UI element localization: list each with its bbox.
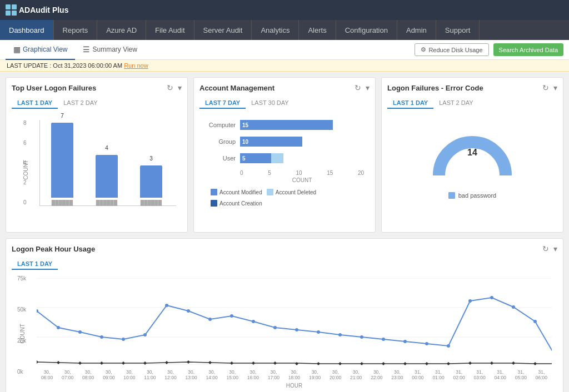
hour-label-1: 30,07:00	[57, 369, 78, 380]
h-bar-container-computer: 15	[240, 120, 364, 130]
bar-label-2: ██████	[96, 200, 117, 205]
nav-file-audit[interactable]: File Audit	[146, 20, 194, 40]
tab-last-2-day-failures[interactable]: LAST 2 DAY	[433, 98, 478, 109]
line-chart-area: COUNT 75k 50k 25k 0k	[12, 275, 557, 391]
dot-f-0	[37, 360, 38, 364]
bar-value-2: 4	[105, 145, 108, 151]
run-now-link[interactable]: Run now	[124, 62, 148, 69]
hour-label-5: 30,11:00	[139, 369, 160, 380]
main-content: Top User Logon Failures ↻ ▾ LAST 1 DAY L…	[0, 72, 569, 392]
reduce-icon: ⚙	[421, 46, 426, 53]
reduce-disk-usage-button[interactable]: ⚙ Reduce Disk Usage	[415, 43, 488, 56]
nav-reports[interactable]: Reports	[54, 20, 98, 40]
dot-f-18	[425, 362, 428, 365]
hour-label-10: 30,16:00	[243, 369, 263, 380]
bar-group-3: 3 ██████	[140, 165, 162, 205]
hour-label-21: 31,03:00	[470, 369, 490, 380]
hour-label-23: 31,05:00	[511, 369, 531, 380]
hour-label-18: 31,00:00	[407, 369, 428, 380]
dot-f-15	[360, 362, 363, 365]
dropdown-button-peak[interactable]: ▾	[553, 244, 557, 253]
dot-f-23	[533, 362, 537, 365]
tab-graphical-view[interactable]: ▦ Graphical View	[6, 40, 75, 60]
tab-last-30-day[interactable]: LAST 30 DAY	[246, 98, 294, 109]
bar-1	[51, 123, 73, 198]
dropdown-button-logon[interactable]: ▾	[178, 83, 182, 92]
tab-last-2-day-logon[interactable]: LAST 2 DAY	[58, 98, 103, 109]
nav-server-audit[interactable]: Server Audit	[194, 20, 252, 40]
x-axis-hour-label: HOUR	[37, 383, 552, 389]
widget-controls-account: ↻ ▾	[355, 83, 370, 92]
widget-title-peak: Logon Peak Hour Usage	[12, 245, 95, 253]
y-ticks-logon: 8 6 4 2 0	[23, 120, 27, 205]
dot-f-16	[382, 362, 385, 365]
dot-s-7	[187, 309, 190, 313]
dot-f-13	[317, 362, 320, 365]
y-ticks-peak: 75k 50k 25k 0k	[17, 275, 26, 375]
h-bar-row-group: Group 10	[205, 137, 364, 147]
x-axis-label: COUNT	[205, 177, 364, 183]
bar-2	[96, 155, 118, 198]
logo-icon	[6, 4, 17, 16]
sub-header: ▦ Graphical View ☰ Summary View ⚙ Reduce…	[0, 40, 569, 60]
nav-support[interactable]: Support	[436, 20, 480, 40]
h-bar-fill-computer: 15	[240, 120, 333, 130]
nav-azure-ad[interactable]: Azure AD	[97, 20, 146, 40]
nav-configuration[interactable]: Configuration	[336, 20, 397, 40]
summary-view-label: Summary View	[92, 46, 137, 53]
refresh-button-peak[interactable]: ↻	[542, 244, 549, 253]
h-bar-fill-user-deleted	[271, 153, 283, 163]
nav-alerts[interactable]: Alerts	[299, 20, 336, 40]
time-tabs-failures: LAST 1 DAY LAST 2 DAY	[387, 98, 557, 109]
tab-last-1-day-failures[interactable]: LAST 1 DAY	[387, 98, 433, 109]
widget-account-management: Account Management ↻ ▾ LAST 7 DAY LAST 3…	[193, 77, 376, 233]
widget-title-logon: Top User Logon Failures	[12, 84, 96, 92]
donut-chart-container: 14 bad password	[387, 114, 557, 204]
dot-s-20	[468, 299, 472, 303]
tab-summary-view[interactable]: ☰ Summary View	[75, 40, 144, 60]
hour-label-4: 30,10:00	[119, 369, 139, 380]
tab-last-7-day[interactable]: LAST 7 DAY	[199, 98, 246, 109]
donut-chart: 14	[431, 131, 514, 181]
refresh-button-account[interactable]: ↻	[355, 83, 361, 92]
nav-analytics[interactable]: Analytics	[252, 20, 299, 40]
search-archived-button[interactable]: Search Archived Data	[493, 43, 563, 56]
widget-header-logon: Top User Logon Failures ↻ ▾	[12, 83, 182, 92]
dot-s-11	[273, 326, 277, 329]
h-bar-row-user: User 5	[205, 153, 364, 163]
bar-label-3: ██████	[141, 200, 162, 205]
dot-f-6	[165, 361, 168, 364]
widget-logon-peak: Logon Peak Hour Usage ↻ ▾ LAST 1 DAY COU…	[6, 238, 563, 392]
tab-last-1-day-peak[interactable]: LAST 1 DAY	[12, 259, 58, 270]
x-axis-ticks: 0 5 10 15 20	[205, 170, 364, 176]
main-nav: Dashboard Reports Azure AD File Audit Se…	[0, 20, 569, 40]
dot-f-7	[187, 360, 190, 364]
update-bar: LAST UPDATE : Oct 31,2023 06:00:00 AM Ru…	[0, 60, 569, 72]
graphical-view-label: Graphical View	[23, 46, 67, 53]
tab-last-1-day-logon[interactable]: LAST 1 DAY	[12, 98, 58, 109]
bar-chart-logon: COUNT 8 6 4 2 0 7 ██████	[12, 114, 182, 225]
h-bar-label-user: User	[205, 155, 236, 162]
h-bar-container-user: 5	[240, 153, 364, 163]
success-line	[37, 298, 552, 359]
h-bar-container-group: 10	[240, 137, 364, 147]
legend-creation: Account Creation	[211, 200, 262, 207]
dropdown-button-failures[interactable]: ▾	[553, 83, 557, 92]
hour-label-22: 31,04:00	[490, 369, 511, 380]
bar-value-3: 3	[149, 155, 153, 162]
dot-s-22	[512, 305, 515, 309]
widget-logon-failures: Logon Failures - Error Code ↻ ▾ LAST 1 D…	[381, 77, 563, 233]
nav-dashboard[interactable]: Dashboard	[0, 20, 54, 40]
refresh-button-logon[interactable]: ↻	[167, 83, 173, 92]
dot-s-4	[122, 338, 125, 341]
dot-f-17	[403, 362, 407, 365]
refresh-button-failures[interactable]: ↻	[542, 83, 549, 92]
chart-area-logon: 8 6 4 2 0 7 ██████ 4	[39, 120, 176, 206]
dot-s-21	[490, 296, 493, 299]
dropdown-button-account[interactable]: ▾	[366, 83, 370, 92]
failure-line	[37, 362, 552, 364]
nav-admin[interactable]: Admin	[397, 20, 436, 40]
header-actions: ⚙ Reduce Disk Usage Search Archived Data	[415, 43, 563, 56]
hour-label-19: 31,01:00	[428, 369, 448, 380]
dot-s-18	[425, 342, 428, 345]
